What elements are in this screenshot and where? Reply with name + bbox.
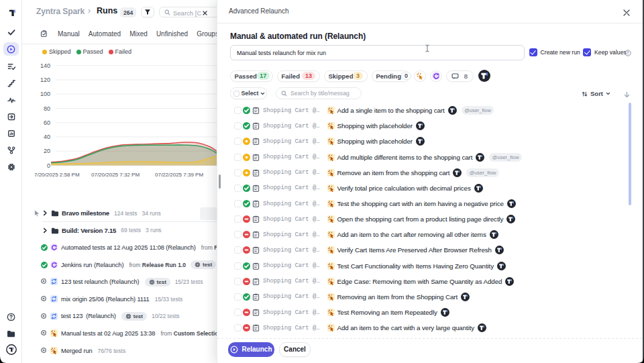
svg-text:100: 100 — [40, 91, 50, 97]
svg-text:0: 0 — [47, 162, 50, 169]
svg-text:80: 80 — [44, 105, 50, 112]
svg-text:7/20/2025 2:58 PM: 7/20/2025 2:58 PM — [34, 172, 80, 178]
svg-text:140: 140 — [40, 62, 50, 69]
svg-text:40: 40 — [44, 134, 50, 140]
svg-text:07/22/2025 7:39 PM: 07/22/2025 7:39 PM — [155, 172, 203, 178]
svg-text:07/20/2025 7:32 PM: 07/20/2025 7:32 PM — [91, 172, 140, 178]
svg-text:20: 20 — [44, 148, 50, 154]
svg-text:60: 60 — [44, 119, 50, 126]
svg-text:120: 120 — [40, 76, 50, 83]
